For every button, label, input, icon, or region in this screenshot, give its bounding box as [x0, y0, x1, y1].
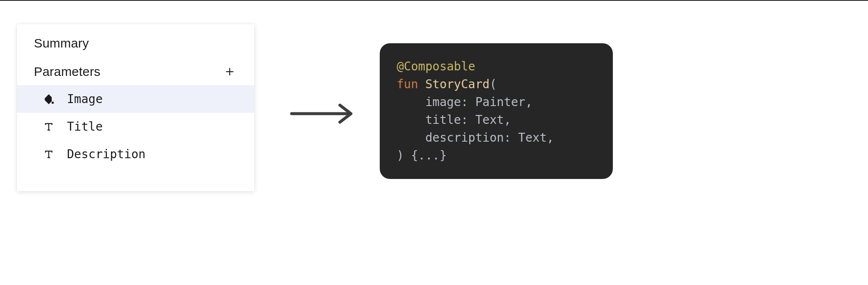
code-param-type: Painter: [475, 95, 525, 109]
parameters-panel: Summary Parameters Image Title: [17, 24, 254, 191]
code-param-type: Text: [518, 131, 547, 145]
code-param-name: title: [425, 113, 461, 127]
code-block: @Composable fun StoryCard( image: Painte…: [380, 43, 613, 179]
summary-section-title[interactable]: Summary: [17, 24, 254, 58]
text-t-icon: [42, 148, 55, 161]
parameter-row-description[interactable]: Description: [17, 140, 254, 168]
svg-point-2: [52, 101, 54, 103]
text-t-icon: [42, 120, 55, 133]
code-close-paren: ): [397, 148, 404, 162]
code-body: {...}: [411, 148, 447, 162]
plus-icon: [224, 66, 235, 77]
code-keyword-fun: fun: [397, 77, 418, 91]
paint-bucket-icon: [42, 93, 55, 106]
parameter-row-title[interactable]: Title: [17, 113, 254, 140]
parameter-row-image[interactable]: Image: [17, 85, 254, 113]
code-param-name: image: [425, 95, 461, 109]
parameters-section-header: Parameters: [17, 58, 254, 85]
code-param-name: description: [425, 131, 504, 145]
parameters-section-title[interactable]: Parameters: [34, 64, 100, 79]
arrow-icon: [288, 101, 356, 128]
code-function-name: StoryCard: [425, 77, 490, 91]
parameter-label: Description: [67, 147, 145, 161]
code-annotation: @Composable: [397, 59, 475, 73]
parameter-label: Title: [67, 120, 103, 134]
parameter-label: Image: [67, 92, 103, 106]
code-param-type: Text: [475, 113, 504, 127]
add-parameter-button[interactable]: [222, 64, 237, 79]
code-open-paren: (: [490, 77, 497, 91]
